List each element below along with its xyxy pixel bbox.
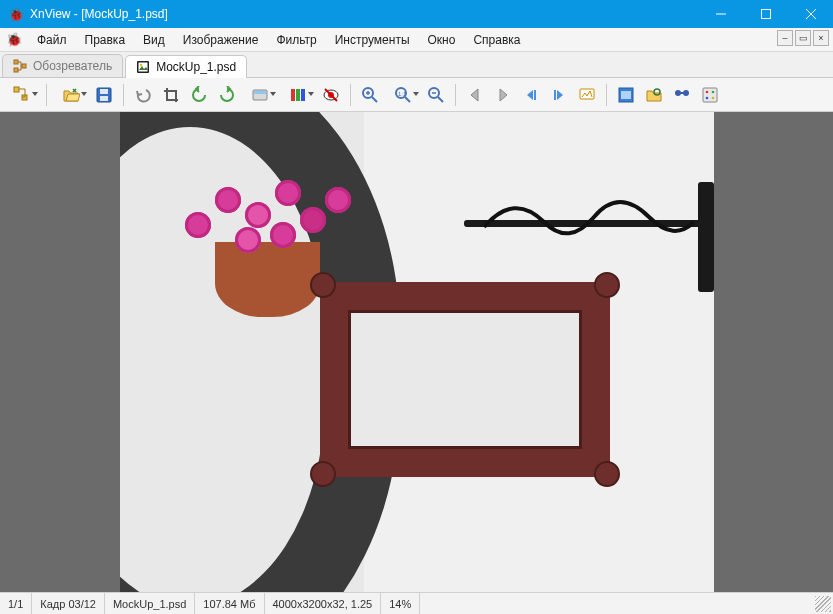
status-filesize: 107.84 Мб bbox=[195, 593, 264, 614]
mdi-minimize-button[interactable]: – bbox=[777, 30, 793, 46]
open-folder-button[interactable] bbox=[53, 82, 89, 108]
status-page: 1/1 bbox=[0, 593, 32, 614]
svg-rect-27 bbox=[621, 91, 631, 99]
zoom-out-button[interactable] bbox=[423, 82, 449, 108]
dropdown-caret-icon bbox=[32, 92, 38, 96]
maximize-button[interactable] bbox=[743, 0, 788, 28]
status-zoom: 14% bbox=[381, 593, 420, 614]
svg-rect-13 bbox=[254, 91, 266, 94]
menu-file[interactable]: Файл bbox=[28, 30, 76, 50]
dropdown-caret-icon bbox=[308, 92, 314, 96]
app-icon: 🐞 bbox=[8, 7, 24, 22]
svg-point-35 bbox=[712, 96, 715, 99]
image-surface bbox=[120, 112, 714, 592]
svg-rect-5 bbox=[139, 63, 148, 72]
tree-icon bbox=[13, 59, 27, 73]
svg-point-32 bbox=[706, 90, 709, 93]
title-bar: 🐞 XnView - [MockUp_1.psd] bbox=[0, 0, 833, 28]
svg-rect-14 bbox=[291, 89, 295, 101]
toolbar: 1:1 bbox=[0, 78, 833, 112]
toolbar-separator bbox=[350, 84, 351, 106]
menu-window[interactable]: Окно bbox=[419, 30, 465, 50]
image-file-icon bbox=[136, 60, 150, 74]
tab-browser[interactable]: Обозреватель bbox=[2, 54, 123, 77]
svg-point-34 bbox=[706, 96, 709, 99]
zoom-in-button[interactable] bbox=[357, 82, 383, 108]
crop-button[interactable] bbox=[158, 82, 184, 108]
save-button[interactable] bbox=[91, 82, 117, 108]
dropdown-caret-icon bbox=[81, 92, 87, 96]
svg-rect-25 bbox=[580, 89, 594, 99]
status-dimensions: 4000x3200x32, 1.25 bbox=[265, 593, 382, 614]
resize-grip-icon[interactable] bbox=[815, 596, 831, 612]
status-filename: MockUp_1.psd bbox=[105, 593, 195, 614]
svg-text:1:1: 1:1 bbox=[398, 91, 407, 97]
menu-filter[interactable]: Фильтр bbox=[267, 30, 325, 50]
rotate-right-button[interactable] bbox=[214, 82, 240, 108]
svg-rect-10 bbox=[100, 89, 108, 94]
svg-point-33 bbox=[712, 90, 715, 93]
svg-rect-1 bbox=[14, 60, 18, 64]
browse-folder-button[interactable] bbox=[4, 82, 40, 108]
options-button[interactable] bbox=[697, 82, 723, 108]
next-button[interactable] bbox=[490, 82, 516, 108]
toolbar-separator bbox=[455, 84, 456, 106]
dropdown-caret-icon bbox=[270, 92, 276, 96]
menu-image[interactable]: Изображение bbox=[174, 30, 268, 50]
adjust-button[interactable] bbox=[280, 82, 316, 108]
tab-bar: Обозреватель MockUp_1.psd bbox=[0, 52, 833, 78]
status-frame: Кадр 03/12 bbox=[32, 593, 105, 614]
mdi-close-button[interactable]: × bbox=[813, 30, 829, 46]
prev-button[interactable] bbox=[462, 82, 488, 108]
compare-button[interactable] bbox=[641, 82, 667, 108]
app-menu-icon: 🐞 bbox=[6, 32, 22, 47]
rotate-left-button[interactable] bbox=[186, 82, 212, 108]
fullscreen-button[interactable] bbox=[613, 82, 639, 108]
svg-rect-24 bbox=[554, 90, 556, 100]
svg-rect-11 bbox=[100, 96, 108, 101]
mdi-restore-button[interactable]: ▭ bbox=[795, 30, 811, 46]
svg-point-6 bbox=[140, 64, 142, 66]
undo-button[interactable] bbox=[130, 82, 156, 108]
prev-page-button[interactable] bbox=[518, 82, 544, 108]
svg-rect-3 bbox=[22, 64, 26, 68]
dropdown-caret-icon bbox=[413, 92, 419, 96]
svg-rect-23 bbox=[534, 90, 536, 100]
minimize-button[interactable] bbox=[698, 0, 743, 28]
acquire-button[interactable] bbox=[242, 82, 278, 108]
slideshow-button[interactable] bbox=[574, 82, 600, 108]
menu-tools[interactable]: Инструменты bbox=[326, 30, 419, 50]
toolbar-separator bbox=[606, 84, 607, 106]
toolbar-separator bbox=[123, 84, 124, 106]
find-button[interactable] bbox=[669, 82, 695, 108]
svg-rect-16 bbox=[301, 89, 305, 101]
svg-rect-15 bbox=[296, 89, 300, 101]
redeye-button[interactable] bbox=[318, 82, 344, 108]
menu-help[interactable]: Справка bbox=[464, 30, 529, 50]
tab-file-label: MockUp_1.psd bbox=[156, 60, 236, 74]
tab-file[interactable]: MockUp_1.psd bbox=[125, 55, 247, 78]
zoom-actual-button[interactable]: 1:1 bbox=[385, 82, 421, 108]
close-button[interactable] bbox=[788, 0, 833, 28]
menu-edit[interactable]: Правка bbox=[76, 30, 135, 50]
svg-rect-31 bbox=[703, 88, 717, 102]
svg-rect-7 bbox=[14, 87, 19, 92]
menu-bar: 🐞 Файл Правка Вид Изображение Фильтр Инс… bbox=[0, 28, 833, 52]
window-title: XnView - [MockUp_1.psd] bbox=[30, 7, 168, 21]
svg-rect-0 bbox=[761, 10, 770, 19]
menu-view[interactable]: Вид bbox=[134, 30, 174, 50]
next-page-button[interactable] bbox=[546, 82, 572, 108]
tab-browser-label: Обозреватель bbox=[33, 59, 112, 73]
canvas-area[interactable] bbox=[0, 112, 833, 592]
toolbar-separator bbox=[46, 84, 47, 106]
status-bar: 1/1 Кадр 03/12 MockUp_1.psd 107.84 Мб 40… bbox=[0, 592, 833, 614]
mdi-controls: – ▭ × bbox=[777, 30, 829, 46]
svg-rect-2 bbox=[14, 68, 18, 72]
